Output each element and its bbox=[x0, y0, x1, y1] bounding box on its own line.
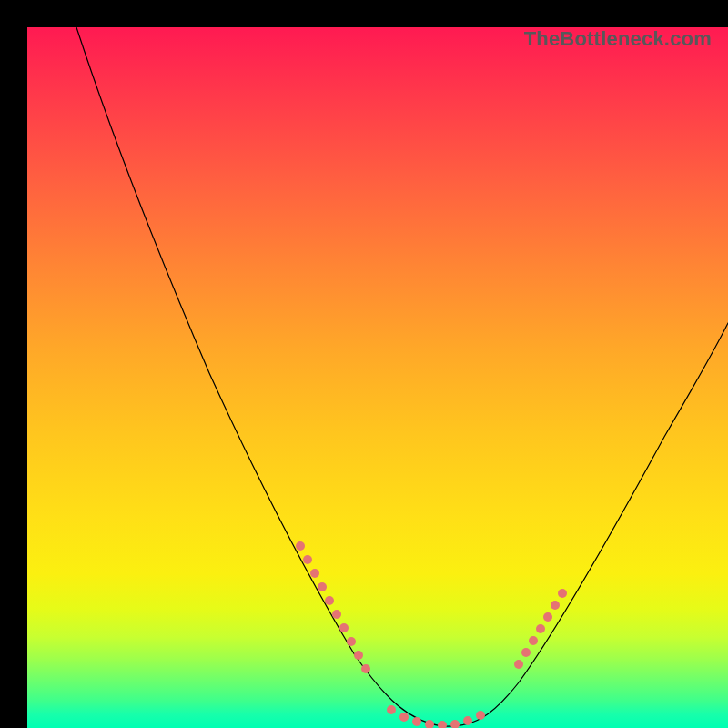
watermark-text: TheBottleneck.com bbox=[524, 27, 712, 51]
svg-point-6 bbox=[339, 623, 349, 632]
svg-point-1 bbox=[303, 555, 312, 564]
svg-point-20 bbox=[529, 636, 538, 645]
svg-point-19 bbox=[521, 648, 531, 657]
svg-point-2 bbox=[310, 569, 319, 578]
svg-point-8 bbox=[354, 651, 363, 660]
svg-point-21 bbox=[536, 624, 545, 633]
svg-point-18 bbox=[514, 660, 523, 669]
svg-point-4 bbox=[325, 596, 334, 605]
svg-point-23 bbox=[551, 601, 560, 610]
plot-area: TheBottleneck.com bbox=[27, 27, 728, 728]
highlight-dots bbox=[296, 541, 567, 728]
svg-point-10 bbox=[387, 705, 396, 714]
svg-point-13 bbox=[425, 720, 434, 728]
curve-path bbox=[76, 27, 728, 726]
svg-point-16 bbox=[463, 716, 472, 725]
svg-point-22 bbox=[543, 612, 552, 622]
svg-point-24 bbox=[558, 589, 567, 598]
svg-point-3 bbox=[318, 582, 327, 592]
svg-point-11 bbox=[399, 713, 409, 722]
svg-point-9 bbox=[361, 664, 370, 673]
svg-point-12 bbox=[412, 717, 421, 726]
svg-point-5 bbox=[332, 610, 341, 619]
svg-point-7 bbox=[347, 637, 356, 646]
chart-frame: TheBottleneck.com bbox=[14, 14, 714, 714]
svg-point-15 bbox=[450, 720, 460, 728]
svg-point-17 bbox=[476, 711, 485, 720]
bottleneck-curve bbox=[27, 27, 728, 728]
svg-point-14 bbox=[438, 721, 447, 728]
svg-point-0 bbox=[296, 541, 305, 551]
